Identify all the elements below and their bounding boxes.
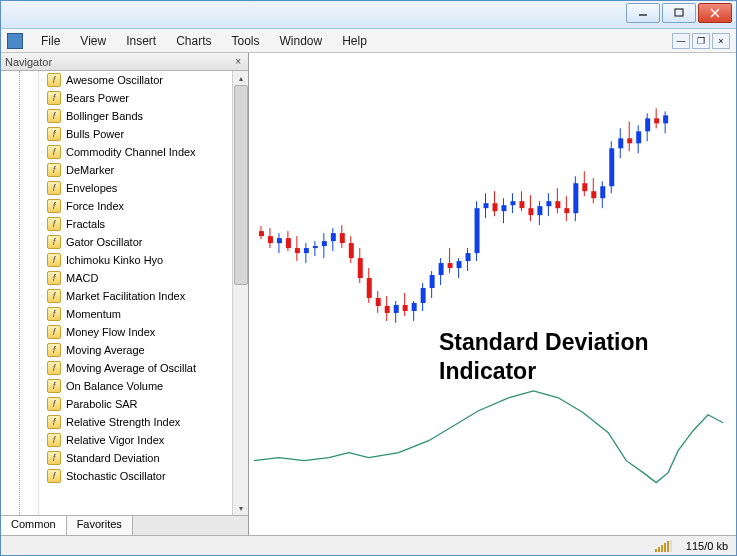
indicator-item[interactable]: fMarket Facilitation Index xyxy=(39,287,232,305)
function-icon: f xyxy=(47,325,61,339)
minimize-button[interactable] xyxy=(626,3,660,23)
svg-rect-63 xyxy=(519,201,524,208)
svg-rect-21 xyxy=(331,233,336,241)
svg-rect-85 xyxy=(618,138,623,148)
chart-area[interactable]: Standard Deviation Indicator xyxy=(249,53,736,535)
scroll-thumb[interactable] xyxy=(234,85,248,285)
function-icon: f xyxy=(47,127,61,141)
function-icon: f xyxy=(47,289,61,303)
function-icon: f xyxy=(47,235,61,249)
scrollbar[interactable]: ▴ ▾ xyxy=(232,71,248,515)
app-icon xyxy=(7,33,23,49)
indicator-item[interactable]: fStandard Deviation xyxy=(39,449,232,467)
function-icon: f xyxy=(47,217,61,231)
indicator-item[interactable]: fMoving Average of Oscillat xyxy=(39,359,232,377)
titlebar xyxy=(1,1,736,29)
indicator-label: Bulls Power xyxy=(66,128,124,140)
indicator-item[interactable]: fRelative Vigor Index xyxy=(39,431,232,449)
menu-charts[interactable]: Charts xyxy=(166,32,221,50)
function-icon: f xyxy=(47,433,61,447)
indicator-item[interactable]: fIchimoku Kinko Hyo xyxy=(39,251,232,269)
annotation-line1: Standard Deviation xyxy=(439,328,649,357)
tab-favorites[interactable]: Favorites xyxy=(67,516,133,535)
indicator-item[interactable]: fFractals xyxy=(39,215,232,233)
indicator-item[interactable]: fMomentum xyxy=(39,305,232,323)
mdi-close-button[interactable]: × xyxy=(712,33,730,49)
svg-rect-5 xyxy=(259,231,264,236)
svg-rect-95 xyxy=(663,115,668,123)
mdi-minimize-button[interactable]: — xyxy=(672,33,690,49)
function-icon: f xyxy=(47,253,61,267)
indicator-label: On Balance Volume xyxy=(66,380,163,392)
svg-rect-1 xyxy=(675,9,683,16)
svg-rect-51 xyxy=(466,253,471,261)
svg-rect-29 xyxy=(367,278,372,298)
svg-rect-79 xyxy=(591,191,596,198)
menu-view[interactable]: View xyxy=(70,32,116,50)
indicator-list: fAwesome OscillatorfBears PowerfBollinge… xyxy=(39,71,232,515)
indicator-label: DeMarker xyxy=(66,164,114,176)
indicator-item[interactable]: fGator Oscillator xyxy=(39,233,232,251)
indicator-label: Fractals xyxy=(66,218,105,230)
indicator-label: Stochastic Oscillator xyxy=(66,470,166,482)
indicator-item[interactable]: fCommodity Channel Index xyxy=(39,143,232,161)
close-button[interactable] xyxy=(698,3,732,23)
indicator-item[interactable]: fDeMarker xyxy=(39,161,232,179)
indicator-item[interactable]: fEnvelopes xyxy=(39,179,232,197)
svg-rect-49 xyxy=(457,261,462,268)
indicator-item[interactable]: fOn Balance Volume xyxy=(39,377,232,395)
svg-rect-77 xyxy=(582,183,587,191)
svg-rect-13 xyxy=(295,248,300,253)
svg-rect-39 xyxy=(412,303,417,311)
svg-rect-75 xyxy=(573,183,578,213)
menu-file[interactable]: File xyxy=(31,32,70,50)
svg-rect-31 xyxy=(376,298,381,306)
svg-rect-35 xyxy=(394,305,399,313)
indicator-item[interactable]: fBollinger Bands xyxy=(39,107,232,125)
svg-rect-37 xyxy=(403,305,408,311)
scroll-down-icon[interactable]: ▾ xyxy=(234,501,248,515)
function-icon: f xyxy=(47,379,61,393)
indicator-label: Commodity Channel Index xyxy=(66,146,196,158)
function-icon: f xyxy=(47,361,61,375)
navigator-close-icon[interactable]: × xyxy=(232,56,244,67)
indicator-label: Bears Power xyxy=(66,92,129,104)
tab-common[interactable]: Common xyxy=(1,516,67,535)
svg-rect-71 xyxy=(555,201,560,208)
maximize-button[interactable] xyxy=(662,3,696,23)
svg-rect-61 xyxy=(510,201,515,205)
indicator-item[interactable]: fParabolic SAR xyxy=(39,395,232,413)
menu-tools[interactable]: Tools xyxy=(222,32,270,50)
function-icon: f xyxy=(47,397,61,411)
svg-rect-57 xyxy=(493,203,498,211)
indicator-item[interactable]: fForce Index xyxy=(39,197,232,215)
svg-rect-17 xyxy=(313,246,318,248)
svg-rect-47 xyxy=(448,263,453,268)
scroll-up-icon[interactable]: ▴ xyxy=(234,71,248,85)
indicator-item[interactable]: fRelative Strength Index xyxy=(39,413,232,431)
connection-text: 115/0 kb xyxy=(686,540,728,552)
indicator-item[interactable]: fAwesome Oscillator xyxy=(39,71,232,89)
svg-rect-25 xyxy=(349,243,354,258)
indicator-item[interactable]: fBulls Power xyxy=(39,125,232,143)
indicator-label: Money Flow Index xyxy=(66,326,155,338)
svg-rect-73 xyxy=(564,208,569,213)
indicator-item[interactable]: fMoving Average xyxy=(39,341,232,359)
svg-rect-7 xyxy=(268,236,273,243)
mdi-restore-button[interactable]: ❐ xyxy=(692,33,710,49)
function-icon: f xyxy=(47,199,61,213)
svg-rect-67 xyxy=(537,206,542,215)
indicator-item[interactable]: fMoney Flow Index xyxy=(39,323,232,341)
indicator-item[interactable]: fMACD xyxy=(39,269,232,287)
navigator-header: Navigator × xyxy=(1,53,248,71)
indicator-label: Envelopes xyxy=(66,182,117,194)
svg-rect-53 xyxy=(475,208,480,253)
menu-insert[interactable]: Insert xyxy=(116,32,166,50)
indicator-item[interactable]: fStochastic Oscillator xyxy=(39,467,232,485)
app-window: File View Insert Charts Tools Window Hel… xyxy=(0,0,737,556)
function-icon: f xyxy=(47,73,61,87)
indicator-item[interactable]: fBears Power xyxy=(39,89,232,107)
indicator-label: Relative Strength Index xyxy=(66,416,180,428)
menu-window[interactable]: Window xyxy=(270,32,333,50)
menu-help[interactable]: Help xyxy=(332,32,377,50)
